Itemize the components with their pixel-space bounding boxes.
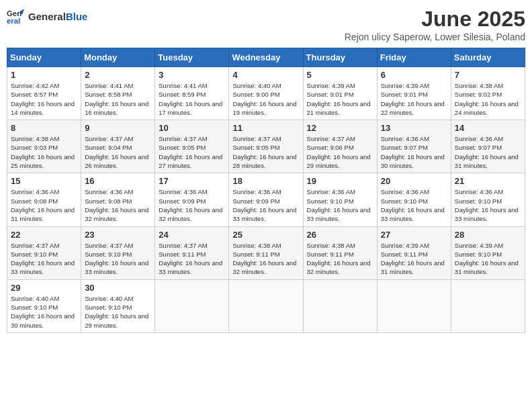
- month-title: June 2025: [345, 7, 525, 32]
- calendar-cell: 13 Sunrise: 4:36 AM Sunset: 9:07 PM Dayl…: [377, 120, 451, 173]
- day-number: 20: [381, 176, 447, 186]
- calendar-cell: 3 Sunrise: 4:41 AM Sunset: 8:59 PM Dayli…: [155, 67, 229, 120]
- day-info: Sunrise: 4:37 AM Sunset: 9:05 PM Dayligh…: [232, 134, 299, 170]
- day-number: 10: [159, 123, 225, 133]
- day-info: Sunrise: 4:38 AM Sunset: 9:03 PM Dayligh…: [11, 134, 77, 170]
- day-number: 7: [455, 70, 521, 80]
- calendar-cell: 17 Sunrise: 4:36 AM Sunset: 9:09 PM Dayl…: [155, 173, 229, 226]
- day-number: 30: [85, 283, 151, 293]
- calendar-cell: 9 Sunrise: 4:37 AM Sunset: 9:04 PM Dayli…: [81, 120, 155, 173]
- calendar-cell: 19 Sunrise: 4:36 AM Sunset: 9:10 PM Dayl…: [303, 173, 377, 226]
- calendar-cell: 29 Sunrise: 4:40 AM Sunset: 9:10 PM Dayl…: [7, 279, 81, 332]
- day-info: Sunrise: 4:37 AM Sunset: 9:10 PM Dayligh…: [11, 241, 77, 277]
- day-number: 4: [232, 70, 299, 80]
- calendar-cell: [377, 279, 451, 332]
- calendar-cell: 24 Sunrise: 4:37 AM Sunset: 9:11 PM Dayl…: [155, 226, 229, 279]
- day-info: Sunrise: 4:36 AM Sunset: 9:08 PM Dayligh…: [11, 187, 77, 223]
- day-number: 5: [307, 70, 373, 80]
- day-number: 29: [11, 283, 77, 293]
- logo-icon: Gen eral: [7, 7, 26, 26]
- day-number: 2: [85, 70, 151, 80]
- day-number: 23: [85, 230, 151, 240]
- calendar-week-row: 1 Sunrise: 4:42 AM Sunset: 8:57 PM Dayli…: [7, 67, 525, 120]
- calendar-cell: 8 Sunrise: 4:38 AM Sunset: 9:03 PM Dayli…: [7, 120, 81, 173]
- day-number: 19: [307, 176, 373, 186]
- day-info: Sunrise: 4:36 AM Sunset: 9:10 PM Dayligh…: [381, 187, 447, 223]
- calendar-cell: 4 Sunrise: 4:40 AM Sunset: 9:00 PM Dayli…: [229, 67, 303, 120]
- calendar-cell: 1 Sunrise: 4:42 AM Sunset: 8:57 PM Dayli…: [7, 67, 81, 120]
- day-info: Sunrise: 4:36 AM Sunset: 9:09 PM Dayligh…: [232, 187, 299, 223]
- day-number: 13: [381, 123, 447, 133]
- day-number: 12: [307, 123, 373, 133]
- column-header-wednesday: Wednesday: [229, 48, 303, 67]
- calendar-cell: 10 Sunrise: 4:37 AM Sunset: 9:05 PM Dayl…: [155, 120, 229, 173]
- day-info: Sunrise: 4:37 AM Sunset: 9:04 PM Dayligh…: [85, 134, 151, 170]
- day-info: Sunrise: 4:40 AM Sunset: 9:10 PM Dayligh…: [11, 294, 77, 330]
- day-info: Sunrise: 4:36 AM Sunset: 9:10 PM Dayligh…: [455, 187, 521, 223]
- day-info: Sunrise: 4:37 AM Sunset: 9:11 PM Dayligh…: [159, 241, 225, 277]
- calendar-cell: [303, 279, 377, 332]
- calendar-week-row: 22 Sunrise: 4:37 AM Sunset: 9:10 PM Dayl…: [7, 226, 525, 279]
- day-number: 15: [11, 176, 77, 186]
- calendar-week-row: 29 Sunrise: 4:40 AM Sunset: 9:10 PM Dayl…: [7, 279, 525, 332]
- calendar-week-row: 15 Sunrise: 4:36 AM Sunset: 9:08 PM Dayl…: [7, 173, 525, 226]
- svg-text:eral: eral: [7, 17, 20, 25]
- calendar-cell: 28 Sunrise: 4:39 AM Sunset: 9:10 PM Dayl…: [451, 226, 525, 279]
- calendar-cell: 22 Sunrise: 4:37 AM Sunset: 9:10 PM Dayl…: [7, 226, 81, 279]
- day-number: 11: [232, 123, 299, 133]
- day-info: Sunrise: 4:39 AM Sunset: 9:10 PM Dayligh…: [455, 241, 521, 277]
- calendar-cell: 21 Sunrise: 4:36 AM Sunset: 9:10 PM Dayl…: [451, 173, 525, 226]
- calendar: SundayMondayTuesdayWednesdayThursdayFrid…: [7, 48, 525, 333]
- header: Gen eral GeneralBlue June 2025 Rejon uli…: [7, 7, 525, 42]
- calendar-cell: 2 Sunrise: 4:41 AM Sunset: 8:58 PM Dayli…: [81, 67, 155, 120]
- day-number: 6: [381, 70, 447, 80]
- calendar-cell: 6 Sunrise: 4:39 AM Sunset: 9:01 PM Dayli…: [377, 67, 451, 120]
- column-header-friday: Friday: [377, 48, 451, 67]
- day-number: 28: [455, 230, 521, 240]
- day-info: Sunrise: 4:39 AM Sunset: 9:01 PM Dayligh…: [381, 81, 447, 117]
- day-info: Sunrise: 4:36 AM Sunset: 9:10 PM Dayligh…: [307, 187, 373, 223]
- calendar-cell: [155, 279, 229, 332]
- calendar-cell: [451, 279, 525, 332]
- day-number: 3: [159, 70, 225, 80]
- column-header-tuesday: Tuesday: [155, 48, 229, 67]
- column-header-monday: Monday: [81, 48, 155, 67]
- day-number: 25: [232, 230, 299, 240]
- calendar-week-row: 8 Sunrise: 4:38 AM Sunset: 9:03 PM Dayli…: [7, 120, 525, 173]
- calendar-cell: 15 Sunrise: 4:36 AM Sunset: 9:08 PM Dayl…: [7, 173, 81, 226]
- day-info: Sunrise: 4:37 AM Sunset: 9:06 PM Dayligh…: [307, 134, 373, 170]
- day-info: Sunrise: 4:39 AM Sunset: 9:11 PM Dayligh…: [381, 241, 447, 277]
- day-info: Sunrise: 4:37 AM Sunset: 9:10 PM Dayligh…: [85, 241, 151, 277]
- day-number: 21: [455, 176, 521, 186]
- logo-blue: Blue: [66, 11, 88, 22]
- day-number: 18: [232, 176, 299, 186]
- day-info: Sunrise: 4:36 AM Sunset: 9:07 PM Dayligh…: [455, 134, 521, 170]
- calendar-header-row: SundayMondayTuesdayWednesdayThursdayFrid…: [7, 48, 525, 67]
- calendar-cell: 27 Sunrise: 4:39 AM Sunset: 9:11 PM Dayl…: [377, 226, 451, 279]
- column-header-thursday: Thursday: [303, 48, 377, 67]
- day-info: Sunrise: 4:37 AM Sunset: 9:05 PM Dayligh…: [159, 134, 225, 170]
- day-info: Sunrise: 4:36 AM Sunset: 9:08 PM Dayligh…: [85, 187, 151, 223]
- day-number: 26: [307, 230, 373, 240]
- calendar-cell: [229, 279, 303, 332]
- day-number: 16: [85, 176, 151, 186]
- calendar-cell: 25 Sunrise: 4:38 AM Sunset: 9:11 PM Dayl…: [229, 226, 303, 279]
- calendar-cell: 14 Sunrise: 4:36 AM Sunset: 9:07 PM Dayl…: [451, 120, 525, 173]
- day-info: Sunrise: 4:41 AM Sunset: 8:59 PM Dayligh…: [159, 81, 225, 117]
- day-number: 22: [11, 230, 77, 240]
- title-area: June 2025 Rejon ulicy Saperow, Lower Sil…: [345, 7, 525, 42]
- day-number: 27: [381, 230, 447, 240]
- day-number: 8: [11, 123, 77, 133]
- calendar-cell: 26 Sunrise: 4:38 AM Sunset: 9:11 PM Dayl…: [303, 226, 377, 279]
- day-number: 24: [159, 230, 225, 240]
- day-number: 9: [85, 123, 151, 133]
- day-info: Sunrise: 4:38 AM Sunset: 9:11 PM Dayligh…: [307, 241, 373, 277]
- day-number: 14: [455, 123, 521, 133]
- day-info: Sunrise: 4:40 AM Sunset: 9:00 PM Dayligh…: [232, 81, 299, 117]
- day-info: Sunrise: 4:36 AM Sunset: 9:07 PM Dayligh…: [381, 134, 447, 170]
- logo: Gen eral GeneralBlue: [7, 7, 87, 26]
- day-info: Sunrise: 4:38 AM Sunset: 9:11 PM Dayligh…: [232, 241, 299, 277]
- day-info: Sunrise: 4:39 AM Sunset: 9:01 PM Dayligh…: [307, 81, 373, 117]
- day-number: 1: [11, 70, 77, 80]
- calendar-cell: 16 Sunrise: 4:36 AM Sunset: 9:08 PM Dayl…: [81, 173, 155, 226]
